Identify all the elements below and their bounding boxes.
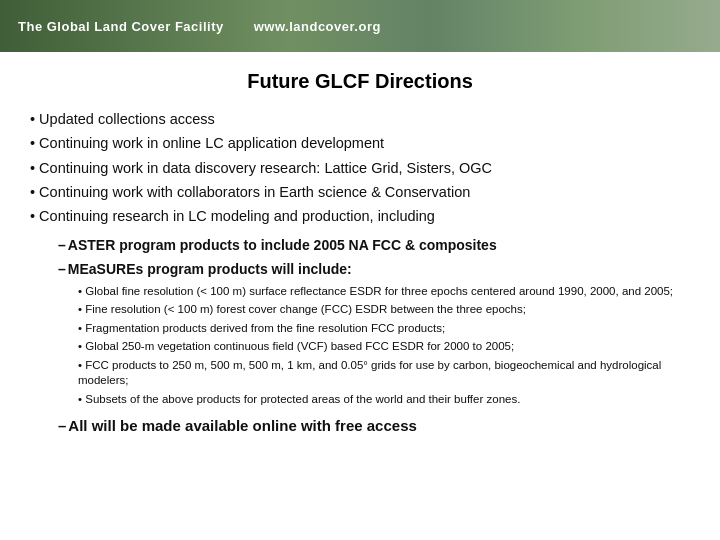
header-url: www.landcover.org [254,19,381,34]
small-item-6: Subsets of the above products for protec… [78,392,690,408]
sub-item-aster: ASTER program products to include 2005 N… [58,236,690,256]
bullet-item-4: Continuing work with collaborators in Ea… [30,182,690,202]
sub-item-measures: MEaSUREs program products will include: [58,260,690,280]
main-content: Future GLCF Directions Updated collectio… [0,52,720,448]
sub-sub-section: Global fine resolution (< 100 m) surface… [58,284,690,408]
header-title: The Global Land Cover Facility [0,19,224,34]
bullet-item-5: Continuing research in LC modeling and p… [30,206,690,226]
small-item-5: FCC products to 250 m, 500 m, 500 m, 1 k… [78,358,690,389]
small-item-2: Fine resolution (< 100 m) forest cover c… [78,302,690,318]
small-item-3: Fragmentation products derived from the … [78,321,690,337]
header-banner: The Global Land Cover Facility www.landc… [0,0,720,52]
final-line-text: All will be made available online with f… [58,417,417,434]
page-title: Future GLCF Directions [30,70,690,93]
small-item-4: Global 250-m vegetation continuous field… [78,339,690,355]
bullet-item-2: Continuing work in online LC application… [30,133,690,153]
small-item-1: Global fine resolution (< 100 m) surface… [78,284,690,300]
bullet-item-1: Updated collections access [30,109,690,129]
bullet-item-3: Continuing work in data discovery resear… [30,158,690,178]
final-line: All will be made available online with f… [30,415,690,436]
sub-section: ASTER program products to include 2005 N… [30,236,690,407]
bullet-list: Updated collections access Continuing wo… [30,109,690,226]
